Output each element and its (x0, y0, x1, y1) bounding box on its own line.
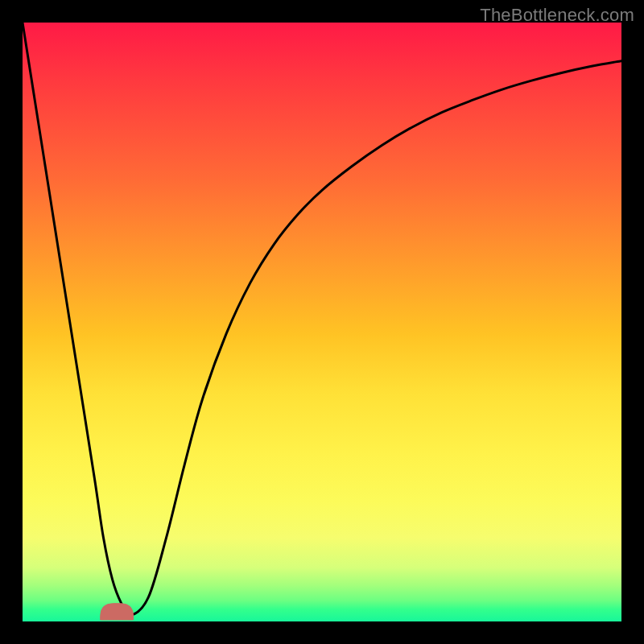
chart-frame: TheBottleneck.com (0, 0, 644, 644)
bottleneck-curve (23, 23, 621, 621)
watermark-text: TheBottleneck.com (480, 5, 634, 26)
plot-area (23, 23, 621, 621)
